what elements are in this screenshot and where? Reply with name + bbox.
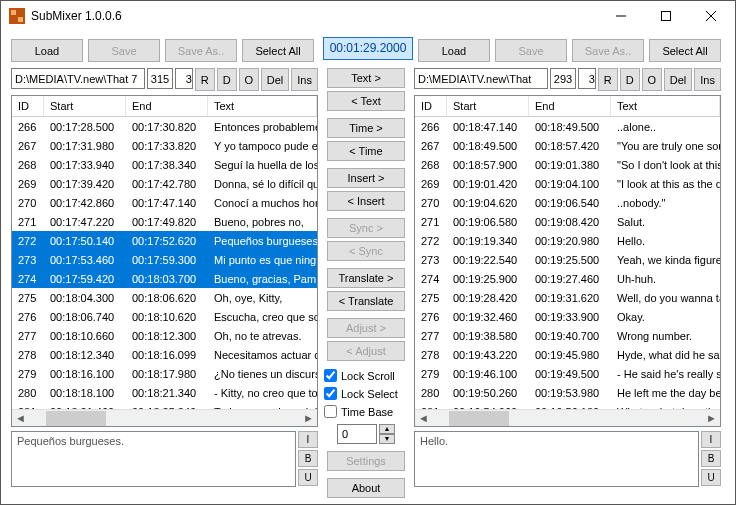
lock-scroll-check[interactable]: Lock Scroll	[324, 368, 408, 383]
col-id[interactable]: ID	[415, 96, 447, 116]
about-button[interactable]: About	[327, 478, 405, 498]
translate-fwd-button[interactable]: Translate >	[327, 268, 405, 288]
text-fwd-button[interactable]: Text >	[327, 68, 405, 88]
table-row[interactable]: 27500:19:28.42000:19:31.620Well, do you …	[415, 288, 720, 307]
table-row[interactable]: 26900:17:39.42000:17:42.780Donna, sé lo …	[12, 174, 317, 193]
adjust-back-button[interactable]: < Adjust	[327, 341, 405, 361]
right-load-button[interactable]: Load	[418, 39, 490, 62]
maximize-button[interactable]	[643, 2, 688, 30]
left-underline-button[interactable]: U	[298, 469, 318, 486]
table-row[interactable]: 27200:19:19.34000:19:20.980Hello.	[415, 231, 720, 250]
table-row[interactable]: 28000:19:50.26000:19:53.980He left me th…	[415, 383, 720, 402]
right-bold-button[interactable]: B	[701, 450, 721, 467]
time-fwd-button[interactable]: Time >	[327, 118, 405, 138]
right-hscroll[interactable]: ◄►	[415, 409, 720, 426]
left-bold-button[interactable]: B	[298, 450, 318, 467]
table-row[interactable]: 28100:18:21.46000:18:25.340Todos, escuch…	[12, 402, 317, 409]
col-start[interactable]: Start	[447, 96, 529, 116]
table-row[interactable]: 27800:18:12.34000:18:16.099Necesitamos a…	[12, 345, 317, 364]
lock-select-check[interactable]: Lock Select	[324, 386, 408, 401]
insert-back-button[interactable]: < Insert	[327, 191, 405, 211]
table-row[interactable]: 27300:17:53.46000:17:59.300Mi punto es q…	[12, 250, 317, 269]
table-row[interactable]: 26700:17:31.98000:17:33.820Y yo tampoco …	[12, 136, 317, 155]
titlebar: SubMixer 1.0.0.6	[1, 1, 735, 31]
right-italic-button[interactable]: I	[701, 431, 721, 448]
table-row[interactable]: 26800:18:57.90000:19:01.380"So I don't l…	[415, 155, 720, 174]
time-back-button[interactable]: < Time	[327, 141, 405, 161]
col-end[interactable]: End	[126, 96, 208, 116]
left-grid[interactable]: ID Start End Text 26600:17:28.50000:17:3…	[11, 95, 318, 427]
right-grid[interactable]: ID Start End Text 26600:18:47.14000:18:4…	[414, 95, 721, 427]
table-row[interactable]: 27400:19:25.90000:19:27.460Uh-huh.	[415, 269, 720, 288]
right-preview[interactable]: Hello.	[414, 431, 699, 487]
table-row[interactable]: 27700:19:38.58000:19:40.700Wrong number.	[415, 326, 720, 345]
table-row[interactable]: 27000:19:04.62000:19:06.540..nobody."	[415, 193, 720, 212]
table-row[interactable]: 27000:17:42.86000:17:47.140Conocí a much…	[12, 193, 317, 212]
table-row[interactable]: 27800:19:43.22000:19:45.980Hyde, what di…	[415, 345, 720, 364]
minimize-button[interactable]	[598, 2, 643, 30]
left-saveas-button[interactable]: Save As..	[165, 39, 237, 62]
text-back-button[interactable]: < Text	[327, 91, 405, 111]
table-row[interactable]: 27400:17:59.42000:18:03.700Bueno, gracia…	[12, 269, 317, 288]
right-d-button[interactable]: D	[620, 68, 640, 91]
table-row[interactable]: 27100:17:47.22000:17:49.820Bueno, pobres…	[12, 212, 317, 231]
left-load-button[interactable]: Load	[11, 39, 83, 62]
left-del-button[interactable]: Del	[261, 68, 290, 91]
right-r-button[interactable]: R	[598, 68, 618, 91]
left-hscroll[interactable]: ◄►	[12, 409, 317, 426]
time-base-check[interactable]: Time Base	[324, 404, 408, 419]
adjust-fwd-button[interactable]: Adjust >	[327, 318, 405, 338]
sync-fwd-button[interactable]: Sync >	[327, 218, 405, 238]
table-row[interactable]: 27500:18:04.30000:18:06.620Oh, oye, Kitt…	[12, 288, 317, 307]
left-r-button[interactable]: R	[195, 68, 215, 91]
sync-back-button[interactable]: < Sync	[327, 241, 405, 261]
insert-fwd-button[interactable]: Insert >	[327, 168, 405, 188]
col-id[interactable]: ID	[12, 96, 44, 116]
table-row[interactable]: 27300:19:22.54000:19:25.500Yeah, we kind…	[415, 250, 720, 269]
right-count[interactable]	[550, 68, 576, 89]
col-text[interactable]: Text	[208, 96, 317, 116]
left-path-input[interactable]	[11, 68, 145, 89]
translate-back-button[interactable]: < Translate	[327, 291, 405, 311]
table-row[interactable]: 26900:19:01.42000:19:04.100"I look at th…	[415, 174, 720, 193]
settings-button[interactable]: Settings	[327, 451, 405, 471]
col-end[interactable]: End	[529, 96, 611, 116]
right-saveas-button[interactable]: Save As..	[572, 39, 644, 62]
left-preview[interactable]: Pequeños burgueses.	[11, 431, 296, 487]
right-save-button[interactable]: Save	[495, 39, 567, 62]
right-underline-button[interactable]: U	[701, 469, 721, 486]
right-selectall-button[interactable]: Select All	[649, 39, 721, 62]
left-d-button[interactable]: D	[217, 68, 237, 91]
table-row[interactable]: 27700:18:10.66000:18:12.300Oh, no te atr…	[12, 326, 317, 345]
table-row[interactable]: 26600:18:47.14000:18:49.500..alone..	[415, 117, 720, 136]
right-ins-button[interactable]: Ins	[694, 68, 721, 91]
close-button[interactable]	[688, 2, 733, 30]
table-row[interactable]: 28100:19:54.06000:19:56.180What.. what d…	[415, 402, 720, 409]
right-del-button[interactable]: Del	[664, 68, 693, 91]
left-save-button[interactable]: Save	[88, 39, 160, 62]
left-count[interactable]	[147, 68, 173, 89]
left-selectall-button[interactable]: Select All	[242, 39, 314, 62]
col-start[interactable]: Start	[44, 96, 126, 116]
svg-rect-2	[18, 17, 23, 22]
table-row[interactable]: 27600:18:06.74000:18:10.620Escucha, creo…	[12, 307, 317, 326]
table-row[interactable]: 27600:19:32.46000:19:33.900Okay.	[415, 307, 720, 326]
table-row[interactable]: 26700:18:49.50000:18:57.420"You are trul…	[415, 136, 720, 155]
right-o-button[interactable]: O	[642, 68, 662, 91]
table-row[interactable]: 27200:17:50.14000:17:52.620Pequeños burg…	[12, 231, 317, 250]
table-row[interactable]: 28000:18:18.10000:18:21.340- Kitty, no c…	[12, 383, 317, 402]
spinner-buttons[interactable]: ▲▼	[379, 424, 395, 444]
right-path-input[interactable]	[414, 68, 548, 89]
left-o-button[interactable]: O	[239, 68, 259, 91]
left-ins-button[interactable]: Ins	[291, 68, 318, 91]
offset-spinner[interactable]	[337, 424, 377, 444]
table-row[interactable]: 26600:17:28.50000:17:30.820Entonces prob…	[12, 117, 317, 136]
right-num2[interactable]	[578, 68, 596, 89]
table-row[interactable]: 26800:17:33.94000:17:38.340Seguí la huel…	[12, 155, 317, 174]
left-num2[interactable]	[175, 68, 193, 89]
table-row[interactable]: 27900:19:46.10000:19:49.500- He said he'…	[415, 364, 720, 383]
left-italic-button[interactable]: I	[298, 431, 318, 448]
table-row[interactable]: 27100:19:06.58000:19:08.420Salut.	[415, 212, 720, 231]
table-row[interactable]: 27900:18:16.10000:18:17.980¿No tienes un…	[12, 364, 317, 383]
col-text[interactable]: Text	[611, 96, 720, 116]
